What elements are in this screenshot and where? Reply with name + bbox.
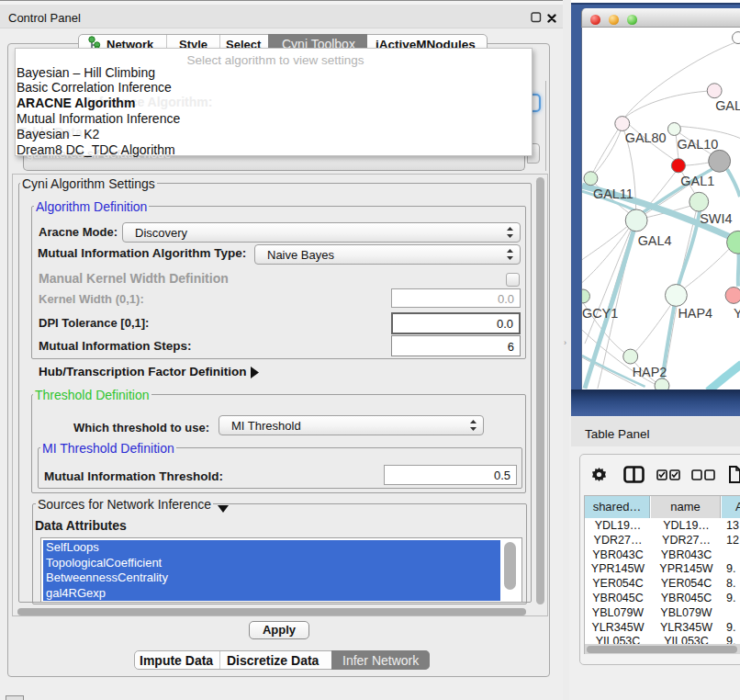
svg-text:Y: Y — [734, 306, 740, 321]
svg-text:GAL10: GAL10 — [677, 137, 718, 152]
svg-text:GAL: GAL — [715, 98, 740, 113]
svg-text:HAP4: HAP4 — [678, 306, 712, 321]
svg-text:GAL1: GAL1 — [680, 174, 714, 188]
svg-text:SWI4: SWI4 — [700, 211, 732, 226]
svg-text:GAL4: GAL4 — [638, 233, 672, 248]
svg-text:GCY1: GCY1 — [582, 306, 618, 321]
svg-text:HAP2: HAP2 — [633, 365, 667, 379]
svg-text:GAL11: GAL11 — [593, 186, 633, 201]
svg-text:GAL80: GAL80 — [625, 130, 667, 145]
